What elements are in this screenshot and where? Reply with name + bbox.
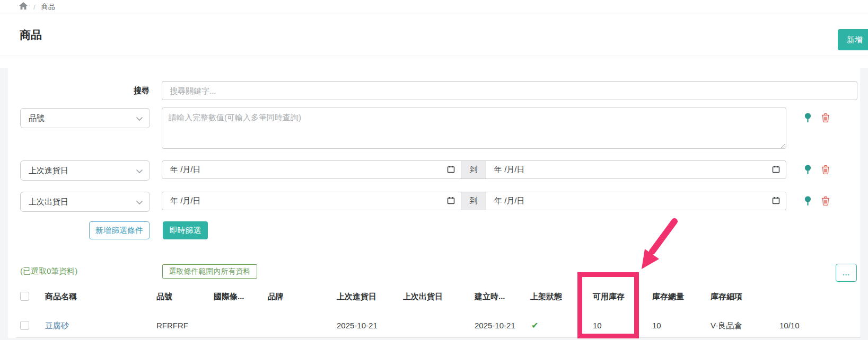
select-all-in-range-button[interactable]: 選取條件範圍內所有資料 <box>162 264 257 279</box>
selection-summary: (已選取0筆資料) <box>20 266 77 276</box>
calendar-icon <box>447 196 455 206</box>
calendar-icon <box>447 165 455 175</box>
date-start-input[interactable]: 年 /月/日 <box>162 160 461 179</box>
column-header-last-purchase: 上次進貨日 <box>337 292 376 302</box>
row-checkbox[interactable] <box>20 321 29 330</box>
pin-filter-button[interactable] <box>804 165 812 175</box>
filter-field-select-label: 上次出貨日 <box>29 197 68 207</box>
instant-filter-button[interactable]: 即時篩選 <box>163 221 208 239</box>
column-header-item-no: 品號 <box>156 292 172 302</box>
listed-status-check-icon: ✔ <box>531 320 538 330</box>
select-all-checkbox[interactable] <box>20 292 29 301</box>
breadcrumb-separator: / <box>33 3 36 11</box>
date-end-input[interactable]: 年 /月/日 <box>486 160 786 179</box>
column-header-barcode: 國際條... <box>214 292 244 302</box>
breadcrumb-current: 商品 <box>41 2 55 12</box>
stock-detail-qty-cell: 10/10 <box>779 321 800 330</box>
created-at-cell: 2025-10-21 <box>475 321 515 330</box>
column-header-stock-detail: 庫存細項 <box>711 292 742 302</box>
date-placeholder: 年 /月/日 <box>170 165 201 175</box>
trash-icon-button[interactable] <box>821 113 830 123</box>
filter-field-select-label: 上次進貨日 <box>29 166 68 176</box>
column-header-last-ship: 上次出貨日 <box>403 292 443 302</box>
column-header-product-name: 商品名稱 <box>45 292 77 302</box>
column-header-listed-status: 上架狀態 <box>530 292 562 302</box>
date-range-to-label: 到 <box>461 160 486 179</box>
header-divider <box>0 56 868 56</box>
column-header-total-stock: 庫存總量 <box>652 292 684 302</box>
product-list-page: / 商品 商品 新增 搜尋 品號 上次進貨日 年 /月/日 到 年 /月/日 <box>0 0 868 340</box>
last-purchase-date-cell: 2025-10-21 <box>337 321 378 330</box>
chevron-down-icon <box>136 166 143 175</box>
item-no-multivalue-textarea[interactable] <box>162 108 786 149</box>
table-row-divider <box>16 337 860 338</box>
filter-field-select-last-ship[interactable]: 上次出貨日 <box>20 192 150 212</box>
search-input[interactable] <box>162 81 857 100</box>
breadcrumb: / 商品 <box>19 2 55 12</box>
item-no-cell: RFRFRF <box>156 321 188 330</box>
available-stock-cell: 10 <box>593 321 602 330</box>
page-title: 商品 <box>20 28 42 42</box>
date-end-input[interactable]: 年 /月/日 <box>486 192 786 210</box>
product-name-link[interactable]: 豆腐砂 <box>45 321 69 331</box>
pin-filter-button[interactable] <box>804 196 812 207</box>
date-range-to-label: 到 <box>461 192 486 210</box>
column-header-brand: 品牌 <box>268 292 284 302</box>
add-filter-condition-button[interactable]: 新增篩選條件 <box>89 221 150 239</box>
breadcrumb-divider <box>0 13 868 13</box>
trash-icon-button[interactable] <box>821 165 830 175</box>
stock-detail-warehouse-cell: V-良品倉 <box>711 321 742 331</box>
filter-field-select-label: 品號 <box>29 113 45 123</box>
add-button[interactable]: 新增 <box>838 29 868 50</box>
calendar-icon <box>772 165 780 175</box>
home-icon[interactable] <box>19 2 28 12</box>
pin-filter-button[interactable] <box>804 113 812 123</box>
chevron-down-icon <box>136 114 143 123</box>
trash-icon-button[interactable] <box>821 196 830 206</box>
search-label: 搜尋 <box>106 81 150 100</box>
column-header-available-stock: 可用庫存 <box>593 292 625 302</box>
filter-field-select-item-no[interactable]: 品號 <box>20 108 150 128</box>
date-placeholder: 年 /月/日 <box>170 196 201 206</box>
column-header-created-at: 建立時... <box>475 292 505 302</box>
filter-field-select-last-purchase[interactable]: 上次進貨日 <box>20 160 150 181</box>
date-start-input[interactable]: 年 /月/日 <box>162 192 461 210</box>
date-placeholder: 年 /月/日 <box>494 165 525 175</box>
total-stock-cell: 10 <box>652 321 661 330</box>
calendar-icon <box>772 196 780 206</box>
top-header-background <box>0 0 868 68</box>
more-actions-button[interactable]: ... <box>836 264 857 282</box>
chevron-down-icon <box>136 198 143 207</box>
date-placeholder: 年 /月/日 <box>494 196 525 206</box>
